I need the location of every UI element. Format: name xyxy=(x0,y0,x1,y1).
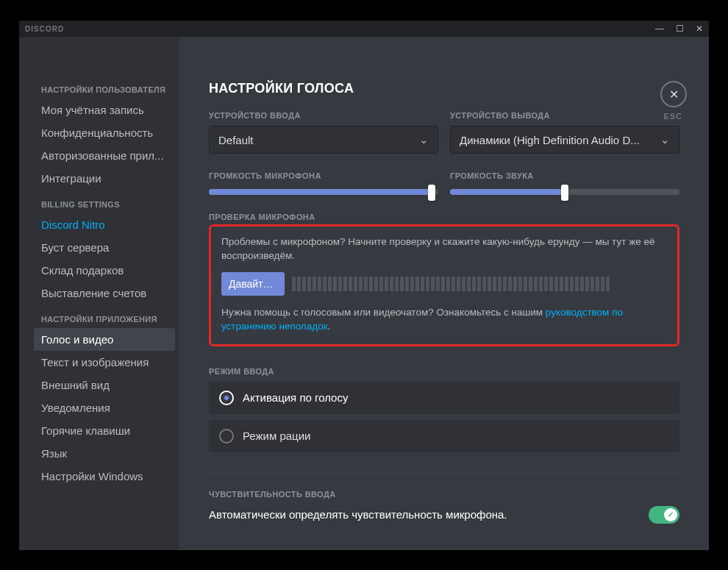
radio-icon xyxy=(219,429,234,443)
app-logo: DISCORD xyxy=(25,25,64,33)
check-icon: ✓ xyxy=(668,510,674,519)
sidebar-item[interactable]: Интеграции xyxy=(34,167,175,190)
window-controls: — ☐ ✕ xyxy=(655,24,703,34)
input-device-select[interactable]: Default ⌄ xyxy=(209,126,438,154)
sidebar-item[interactable]: Язык xyxy=(34,442,175,465)
auto-sensitivity-toggle[interactable]: ✓ xyxy=(649,506,679,524)
sidebar-item[interactable]: Склад подарков xyxy=(34,259,175,282)
sidebar-item[interactable]: Буст сервера xyxy=(34,236,175,259)
mic-test-help2: Нужна помощь с голосовым или видеочатом?… xyxy=(221,306,667,334)
slider-thumb[interactable] xyxy=(561,185,568,201)
input-mode-voice-activity[interactable]: Активация по голосу xyxy=(209,382,679,414)
output-device-select[interactable]: Динамики (High Definition Audio D... ⌄ xyxy=(450,126,679,154)
input-device-value: Default xyxy=(218,134,254,146)
output-volume-slider[interactable] xyxy=(450,189,679,195)
close-settings-button[interactable]: ✕ xyxy=(660,81,687,107)
app-window: DISCORD — ☐ ✕ НАСТРОЙКИ ПОЛЬЗОВАТЕЛЯМоя … xyxy=(19,21,709,550)
settings-content: ✕ ESC НАСТРОЙКИ ГОЛОСА УСТРОЙСТВО ВВОДА … xyxy=(179,37,709,550)
slider-thumb[interactable] xyxy=(428,185,435,201)
input-device-label: УСТРОЙСТВО ВВОДА xyxy=(209,111,438,120)
sidebar-item[interactable]: Выставление счетов xyxy=(34,282,175,304)
app-body: НАСТРОЙКИ ПОЛЬЗОВАТЕЛЯМоя учётная запись… xyxy=(19,37,709,550)
mic-volume-label: ГРОМКОСТЬ МИКРОФОНА xyxy=(209,171,438,180)
mic-test-label: ПРОВЕРКА МИКРОФОНА xyxy=(209,213,679,221)
radio-icon xyxy=(219,391,234,405)
sidebar-item[interactable]: Текст и изображения xyxy=(34,351,175,374)
sensitivity-label: ЧУВСТВИТЕЛЬНОСТЬ ВВОДА xyxy=(209,490,679,499)
mic-test-button[interactable]: Давайте пр... xyxy=(221,272,285,296)
sidebar-item[interactable]: Авторизованные прил... xyxy=(34,144,175,167)
minimize-button[interactable]: — xyxy=(655,24,664,34)
output-volume-label: ГРОМКОСТЬ ЗВУКА xyxy=(450,171,679,180)
sidebar-item[interactable]: Discord Nitro xyxy=(34,213,175,236)
settings-sidebar: НАСТРОЙКИ ПОЛЬЗОВАТЕЛЯМоя учётная запись… xyxy=(19,37,179,550)
output-device-label: УСТРОЙСТВО ВЫВОДА xyxy=(450,111,679,120)
input-mode-label: РЕЖИМ ВВОДА xyxy=(209,367,679,376)
mic-test-box: Проблемы с микрофоном? Начните проверку … xyxy=(209,224,679,346)
sidebar-header: НАСТРОЙКИ ПОЛЬЗОВАТЕЛЯ xyxy=(34,81,175,99)
sidebar-header: НАСТРОЙКИ ПРИЛОЖЕНИЯ xyxy=(34,310,175,328)
maximize-button[interactable]: ☐ xyxy=(676,24,684,34)
mic-volume-slider[interactable] xyxy=(209,189,438,195)
sidebar-item[interactable]: Уведомления xyxy=(34,396,175,419)
input-mode-push-to-talk[interactable]: Режим рации xyxy=(209,420,679,452)
divider xyxy=(209,473,679,474)
mic-level-meter xyxy=(292,277,667,291)
auto-sensitivity-label: Автоматически определять чувствительност… xyxy=(209,508,507,521)
page-title: НАСТРОЙКИ ГОЛОСА xyxy=(209,81,679,96)
output-device-value: Динамики (High Definition Audio D... xyxy=(460,134,640,146)
chevron-down-icon: ⌄ xyxy=(660,133,670,146)
chevron-down-icon: ⌄ xyxy=(419,133,429,146)
esc-label: ESC xyxy=(663,112,682,121)
mic-test-help: Проблемы с микрофоном? Начните проверку … xyxy=(221,235,667,263)
close-icon: ✕ xyxy=(669,88,679,101)
close-window-button[interactable]: ✕ xyxy=(696,24,703,34)
sidebar-item[interactable]: Моя учётная запись xyxy=(34,99,175,121)
sidebar-item[interactable]: Конфиденциальность xyxy=(34,121,175,144)
sidebar-item[interactable]: Голос и видео xyxy=(34,328,175,351)
sidebar-header: BILLING SETTINGS xyxy=(34,196,175,213)
sidebar-item[interactable]: Внешний вид xyxy=(34,374,175,396)
sidebar-item[interactable]: Настройки Windows xyxy=(34,465,175,488)
titlebar: DISCORD — ☐ ✕ xyxy=(19,21,709,37)
sidebar-item[interactable]: Горячие клавиши xyxy=(34,419,175,442)
